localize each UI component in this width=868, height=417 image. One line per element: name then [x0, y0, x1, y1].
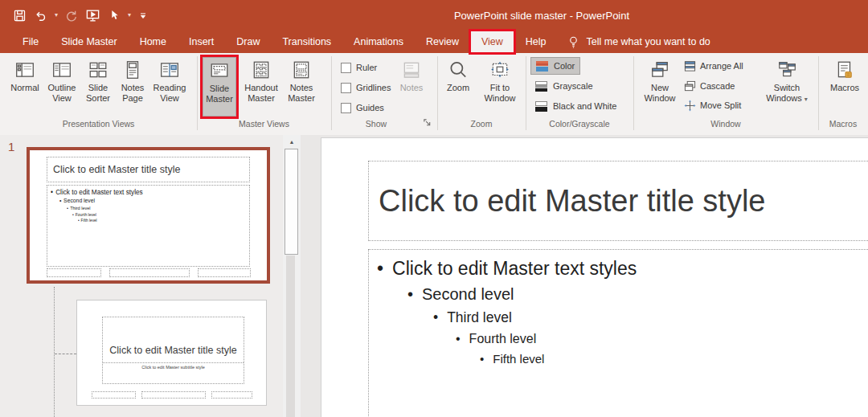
- master-views-group-label: Master Views: [197, 119, 331, 129]
- fit-to-window-label: Fit to Window: [477, 83, 522, 104]
- thumb-bullet-level5: •Fifth level: [78, 219, 158, 223]
- slide-editing-canvas: Click to edit Master title style •Click …: [301, 135, 868, 417]
- black-and-white-label: Black and White: [553, 101, 616, 111]
- thumb-slidenumber-placeholder: [198, 268, 251, 277]
- normal-view-button[interactable]: Normal: [6, 57, 43, 117]
- thumb-body-placeholder: •Click to edit Master text styles •Secon…: [47, 185, 250, 267]
- titlebar: ▾ ▾: [0, 0, 868, 31]
- color-button[interactable]: Color: [530, 57, 580, 75]
- slide-master-button[interactable]: Slide Master: [203, 57, 236, 117]
- tab-home[interactable]: Home: [129, 31, 178, 53]
- master-body-placeholder[interactable]: •Click to edit Master text styles •Secon…: [368, 249, 868, 417]
- black-and-white-button[interactable]: Black and White: [530, 98, 621, 114]
- slide-master-icon: [209, 58, 230, 84]
- tab-animations[interactable]: Animations: [342, 31, 415, 53]
- notes-page-label: Notes Page: [116, 83, 149, 104]
- scrollbar-thumb[interactable]: [285, 149, 298, 255]
- bullet-level4: •Fourth level: [456, 332, 868, 346]
- gridlines-checkbox-box[interactable]: [341, 83, 351, 93]
- tab-review[interactable]: Review: [415, 31, 470, 53]
- new-window-button[interactable]: New Window: [641, 57, 679, 117]
- gridlines-label: Gridlines: [356, 83, 391, 92]
- master-slide: Click to edit Master title style •Click …: [321, 138, 868, 417]
- scrollbar-track[interactable]: [286, 256, 295, 417]
- cascade-button[interactable]: Cascade: [684, 79, 735, 93]
- arrange-all-button[interactable]: Arrange All: [684, 59, 743, 73]
- new-window-label: New Window: [641, 83, 679, 104]
- reading-view-button[interactable]: Reading View: [149, 57, 190, 117]
- ruler-label: Ruler: [356, 63, 377, 72]
- macros-button[interactable]: Macros: [826, 57, 863, 117]
- tell-me-label: Tell me what you want to do: [587, 36, 710, 47]
- grayscale-button[interactable]: Grayscale: [530, 78, 598, 94]
- color-label: Color: [554, 61, 575, 71]
- zoom-group-label: Zoom: [437, 119, 526, 129]
- notes-page-icon: [122, 57, 143, 83]
- ribbon-tab-bar: File Slide Master Home Insert Draw Trans…: [0, 31, 868, 53]
- show-dialog-launcher[interactable]: [421, 117, 432, 128]
- outline-view-button[interactable]: Outline View: [43, 57, 80, 117]
- show-group-label: Show: [331, 119, 421, 129]
- master-title-placeholder[interactable]: Click to edit Master title style: [368, 161, 868, 241]
- zoom-icon: [448, 57, 469, 83]
- title-layout-thumbnail[interactable]: Click to edit Master title style Click t…: [76, 300, 267, 406]
- bullet-level3: •Third level: [433, 309, 868, 326]
- slide-sorter-button[interactable]: Slide Sorter: [80, 57, 116, 117]
- tab-transitions[interactable]: Transitions: [271, 31, 342, 53]
- layout-slidenumber-placeholder: [211, 391, 252, 399]
- notes-icon: [401, 57, 422, 83]
- lightbulb-icon: [567, 35, 579, 49]
- tab-insert[interactable]: Insert: [178, 31, 225, 53]
- notes-button[interactable]: Notes: [394, 57, 429, 117]
- slide-sorter-icon: [88, 57, 108, 83]
- cascade-label: Cascade: [700, 81, 735, 91]
- reading-view-label: Reading View: [149, 83, 190, 104]
- panel-scrollbar[interactable]: ▲: [283, 135, 301, 417]
- grayscale-label: Grayscale: [553, 81, 593, 91]
- zoom-button[interactable]: Zoom: [440, 57, 476, 117]
- notes-page-button[interactable]: Notes Page: [116, 57, 149, 117]
- layout-placeholder-divider: [103, 362, 244, 363]
- ruler-checkbox-box[interactable]: [341, 63, 351, 73]
- tab-view[interactable]: View: [470, 31, 514, 53]
- new-window-icon: [649, 57, 670, 83]
- fit-to-window-button[interactable]: Fit to Window: [477, 57, 522, 117]
- guides-checkbox-box[interactable]: [341, 103, 351, 113]
- black-and-white-icon: [535, 101, 547, 112]
- handout-master-button[interactable]: Handout Master: [240, 57, 283, 117]
- slide-number: 1: [8, 140, 14, 153]
- guides-label: Guides: [356, 103, 384, 112]
- switch-windows-icon: [776, 57, 797, 83]
- scrollbar-up-icon[interactable]: ▲: [283, 135, 301, 149]
- window-group-label: Window: [633, 119, 818, 129]
- ruler-checkbox[interactable]: Ruler: [341, 60, 377, 75]
- arrange-all-icon: [684, 60, 696, 72]
- master-slide-thumbnail[interactable]: Click to edit Master title style •Click …: [27, 147, 270, 284]
- gridlines-checkbox[interactable]: Gridlines: [341, 80, 391, 95]
- tell-me-box[interactable]: Tell me what you want to do: [567, 31, 710, 53]
- layout-title-placeholder: Click to edit Master title style Click t…: [102, 317, 244, 384]
- slide-thumbnail-panel: 1 Click to edit Master title style •Clic…: [0, 135, 283, 417]
- window-title: PowerPoint slide master - PowerPoint: [0, 0, 868, 31]
- tab-draw[interactable]: Draw: [225, 31, 271, 53]
- outline-view-icon: [51, 57, 72, 83]
- bullet-level5: •Fifth level: [480, 352, 868, 366]
- slide-sorter-label: Slide Sorter: [80, 83, 116, 104]
- tab-slide-master[interactable]: Slide Master: [50, 31, 128, 53]
- layout-title-text: Click to edit Master title style: [103, 342, 244, 358]
- move-split-button[interactable]: Move Split: [684, 98, 741, 112]
- layout-connector-branch: [55, 354, 76, 354]
- switch-windows-button[interactable]: Switch Windows ▾: [762, 57, 812, 117]
- layout-date-placeholder: [92, 391, 136, 399]
- layout-footer-placeholder: [141, 391, 206, 399]
- tab-help[interactable]: Help: [514, 31, 558, 53]
- notes-label: Notes: [400, 83, 424, 93]
- guides-checkbox[interactable]: Guides: [341, 100, 384, 115]
- layout-subtitle-text: Click to edit Master subtitle style: [134, 365, 211, 370]
- color-icon: [536, 61, 548, 72]
- move-split-label: Move Split: [700, 100, 741, 110]
- tab-file[interactable]: File: [11, 31, 50, 53]
- notes-master-button[interactable]: Notes Master: [283, 57, 320, 117]
- grayscale-icon: [535, 81, 547, 92]
- macros-icon: [834, 57, 855, 83]
